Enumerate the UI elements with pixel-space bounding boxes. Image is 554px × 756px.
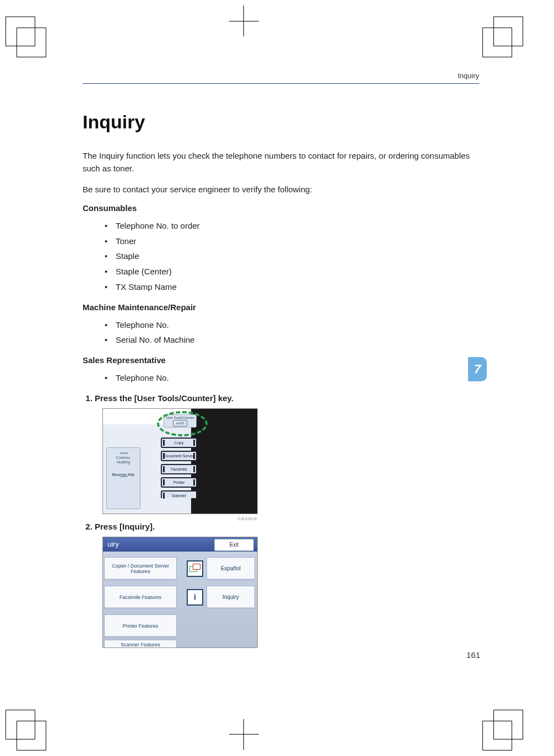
list-item: Toner: [105, 234, 479, 249]
key-label: Document Server: [164, 454, 194, 458]
list-item: Telephone No. to order: [105, 218, 479, 234]
subhead-consumables: Consumables: [83, 203, 479, 213]
list-item: TX Stamp Name: [105, 279, 479, 295]
page-content: Inquiry Inquiry The Inquiry function let…: [83, 72, 479, 656]
procedure-steps: Press the [User Tools/Counter] key. Comm…: [83, 393, 479, 648]
inquiry-button[interactable]: Inquiry: [207, 586, 255, 609]
figure-1: Commu- nicating Receive File User Tools/…: [102, 408, 479, 514]
crop-corner: [482, 28, 512, 57]
step-1: Press the [User Tools/Counter] key. Comm…: [95, 393, 479, 514]
facsimile-key[interactable]: Facsimile: [161, 464, 197, 474]
crop-mark: [243, 719, 244, 750]
side-panel: Commu- nicating Receive File: [106, 447, 140, 509]
step-text: Press the [User Tools/Counter] key.: [95, 393, 233, 403]
figure-2: uiry Exit Copier / Document Server Featu…: [102, 537, 479, 648]
screen-title: uiry: [107, 537, 119, 552]
subhead-sales: Sales Representative: [83, 355, 479, 365]
step-2: Press [Inquiry]. uiry Exit Copier / Docu…: [95, 522, 479, 648]
header-rule: [83, 83, 479, 84]
copy-key[interactable]: Copy: [161, 438, 197, 448]
sales-list: Telephone No.: [105, 370, 479, 386]
copier-features-button[interactable]: Copier / Document Server Features: [104, 557, 177, 580]
screen-titlebar: uiry Exit: [103, 537, 257, 552]
list-item: Serial No. of Machine: [105, 332, 479, 348]
language-icon: [187, 560, 203, 577]
key-label: Copy: [175, 441, 183, 445]
printer-key[interactable]: Printer: [161, 477, 197, 488]
figure-caption: CAS008: [237, 516, 257, 521]
exit-button[interactable]: Exit: [214, 539, 254, 551]
crop-corner: [482, 721, 512, 750]
crop-mark: [229, 734, 259, 735]
crop-corner: [17, 28, 46, 57]
intro-paragraph-1: The Inquiry function lets you check the …: [83, 149, 479, 175]
subhead-maintenance: Machine Maintenance/Repair: [83, 303, 479, 312]
running-header: Inquiry: [83, 72, 479, 80]
side-label-communicating: Commu- nicating: [107, 456, 140, 465]
facsimile-features-button[interactable]: Facsimile Features: [104, 586, 177, 609]
maintenance-list: Telephone No. Serial No. of Machine: [105, 317, 479, 348]
key-label: Facsimile: [171, 467, 187, 471]
scanner-features-button[interactable]: Scanner Features: [104, 640, 177, 648]
list-item: Staple: [105, 249, 479, 264]
key-label: Scanner: [172, 494, 186, 498]
page-title: Inquiry: [83, 111, 479, 133]
info-icon: i: [187, 589, 203, 606]
list-item: Staple (Center): [105, 264, 479, 279]
list-item: Telephone No.: [105, 370, 479, 386]
printer-features-button[interactable]: Printer Features: [104, 614, 177, 638]
crop-mark: [229, 21, 259, 21]
crop-corner: [17, 721, 46, 750]
language-button[interactable]: Español: [207, 557, 255, 580]
scanner-key[interactable]: Scanner: [161, 490, 197, 498]
key-label: Printer: [173, 480, 185, 484]
intro-paragraph-2: Be sure to contact your service engineer…: [83, 183, 479, 196]
crop-mark: [243, 6, 244, 36]
consumables-list: Telephone No. to order Toner Staple Stap…: [105, 218, 479, 295]
list-item: Telephone No.: [105, 317, 479, 333]
step-text: Press [Inquiry].: [95, 522, 155, 531]
document-server-key[interactable]: Document Server: [161, 451, 197, 461]
highlight-ellipse-icon: [157, 411, 208, 436]
